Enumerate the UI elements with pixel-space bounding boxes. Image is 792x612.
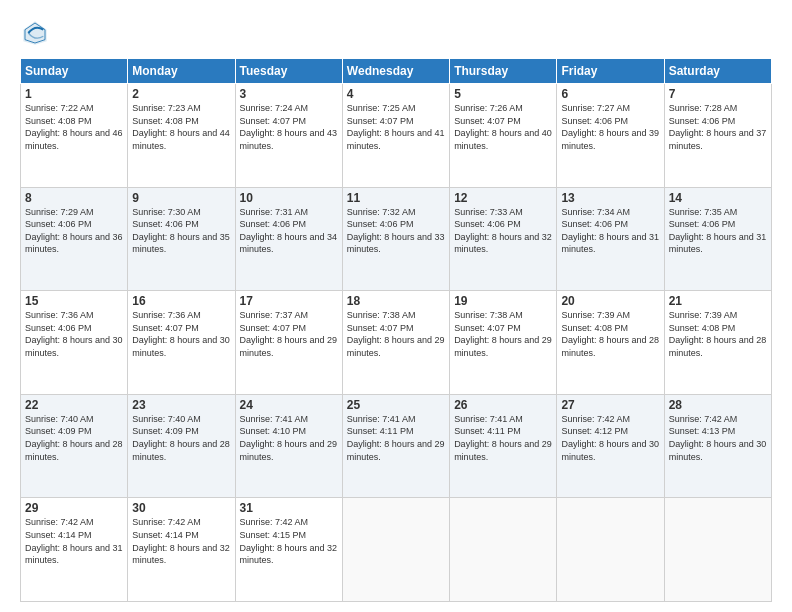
weekday-thursday: Thursday [450,59,557,84]
logo [20,18,54,48]
day-cell: 26 Sunrise: 7:41 AM Sunset: 4:11 PM Dayl… [450,394,557,498]
day-number: 10 [240,191,338,205]
day-info: Sunrise: 7:29 AM Sunset: 4:06 PM Dayligh… [25,206,123,256]
day-number: 16 [132,294,230,308]
day-cell: 16 Sunrise: 7:36 AM Sunset: 4:07 PM Dayl… [128,291,235,395]
day-cell: 9 Sunrise: 7:30 AM Sunset: 4:06 PM Dayli… [128,187,235,291]
day-info: Sunrise: 7:38 AM Sunset: 4:07 PM Dayligh… [347,309,445,359]
day-cell: 24 Sunrise: 7:41 AM Sunset: 4:10 PM Dayl… [235,394,342,498]
day-number: 27 [561,398,659,412]
day-cell: 28 Sunrise: 7:42 AM Sunset: 4:13 PM Dayl… [664,394,771,498]
logo-icon [20,18,50,48]
day-number: 13 [561,191,659,205]
day-info: Sunrise: 7:41 AM Sunset: 4:11 PM Dayligh… [454,413,552,463]
day-cell: 3 Sunrise: 7:24 AM Sunset: 4:07 PM Dayli… [235,84,342,188]
day-number: 17 [240,294,338,308]
day-info: Sunrise: 7:25 AM Sunset: 4:07 PM Dayligh… [347,102,445,152]
day-cell: 21 Sunrise: 7:39 AM Sunset: 4:08 PM Dayl… [664,291,771,395]
day-cell: 7 Sunrise: 7:28 AM Sunset: 4:06 PM Dayli… [664,84,771,188]
week-row-3: 15 Sunrise: 7:36 AM Sunset: 4:06 PM Dayl… [21,291,772,395]
day-info: Sunrise: 7:28 AM Sunset: 4:06 PM Dayligh… [669,102,767,152]
day-cell: 6 Sunrise: 7:27 AM Sunset: 4:06 PM Dayli… [557,84,664,188]
day-cell [450,498,557,602]
day-info: Sunrise: 7:26 AM Sunset: 4:07 PM Dayligh… [454,102,552,152]
day-cell: 8 Sunrise: 7:29 AM Sunset: 4:06 PM Dayli… [21,187,128,291]
week-row-1: 1 Sunrise: 7:22 AM Sunset: 4:08 PM Dayli… [21,84,772,188]
day-cell: 5 Sunrise: 7:26 AM Sunset: 4:07 PM Dayli… [450,84,557,188]
day-cell: 18 Sunrise: 7:38 AM Sunset: 4:07 PM Dayl… [342,291,449,395]
day-info: Sunrise: 7:42 AM Sunset: 4:13 PM Dayligh… [669,413,767,463]
weekday-tuesday: Tuesday [235,59,342,84]
day-cell: 14 Sunrise: 7:35 AM Sunset: 4:06 PM Dayl… [664,187,771,291]
day-cell: 11 Sunrise: 7:32 AM Sunset: 4:06 PM Dayl… [342,187,449,291]
day-cell: 27 Sunrise: 7:42 AM Sunset: 4:12 PM Dayl… [557,394,664,498]
weekday-friday: Friday [557,59,664,84]
day-cell: 4 Sunrise: 7:25 AM Sunset: 4:07 PM Dayli… [342,84,449,188]
day-number: 5 [454,87,552,101]
day-info: Sunrise: 7:37 AM Sunset: 4:07 PM Dayligh… [240,309,338,359]
day-number: 1 [25,87,123,101]
day-cell [342,498,449,602]
day-cell: 30 Sunrise: 7:42 AM Sunset: 4:14 PM Dayl… [128,498,235,602]
day-number: 20 [561,294,659,308]
weekday-sunday: Sunday [21,59,128,84]
day-info: Sunrise: 7:34 AM Sunset: 4:06 PM Dayligh… [561,206,659,256]
header [20,18,772,48]
weekday-saturday: Saturday [664,59,771,84]
day-number: 25 [347,398,445,412]
day-number: 21 [669,294,767,308]
day-cell: 22 Sunrise: 7:40 AM Sunset: 4:09 PM Dayl… [21,394,128,498]
day-info: Sunrise: 7:39 AM Sunset: 4:08 PM Dayligh… [669,309,767,359]
day-number: 31 [240,501,338,515]
day-cell: 25 Sunrise: 7:41 AM Sunset: 4:11 PM Dayl… [342,394,449,498]
day-number: 4 [347,87,445,101]
day-info: Sunrise: 7:22 AM Sunset: 4:08 PM Dayligh… [25,102,123,152]
day-cell: 19 Sunrise: 7:38 AM Sunset: 4:07 PM Dayl… [450,291,557,395]
day-cell: 10 Sunrise: 7:31 AM Sunset: 4:06 PM Dayl… [235,187,342,291]
day-info: Sunrise: 7:35 AM Sunset: 4:06 PM Dayligh… [669,206,767,256]
day-cell [664,498,771,602]
day-info: Sunrise: 7:36 AM Sunset: 4:06 PM Dayligh… [25,309,123,359]
day-number: 8 [25,191,123,205]
day-info: Sunrise: 7:24 AM Sunset: 4:07 PM Dayligh… [240,102,338,152]
day-cell: 12 Sunrise: 7:33 AM Sunset: 4:06 PM Dayl… [450,187,557,291]
day-info: Sunrise: 7:27 AM Sunset: 4:06 PM Dayligh… [561,102,659,152]
page: SundayMondayTuesdayWednesdayThursdayFrid… [0,0,792,612]
day-info: Sunrise: 7:41 AM Sunset: 4:10 PM Dayligh… [240,413,338,463]
calendar: SundayMondayTuesdayWednesdayThursdayFrid… [20,58,772,602]
day-number: 19 [454,294,552,308]
calendar-body: 1 Sunrise: 7:22 AM Sunset: 4:08 PM Dayli… [21,84,772,602]
day-number: 15 [25,294,123,308]
day-info: Sunrise: 7:42 AM Sunset: 4:12 PM Dayligh… [561,413,659,463]
day-info: Sunrise: 7:42 AM Sunset: 4:14 PM Dayligh… [132,516,230,566]
week-row-2: 8 Sunrise: 7:29 AM Sunset: 4:06 PM Dayli… [21,187,772,291]
weekday-monday: Monday [128,59,235,84]
svg-marker-0 [23,21,46,44]
day-cell [557,498,664,602]
day-info: Sunrise: 7:42 AM Sunset: 4:14 PM Dayligh… [25,516,123,566]
day-info: Sunrise: 7:36 AM Sunset: 4:07 PM Dayligh… [132,309,230,359]
day-cell: 15 Sunrise: 7:36 AM Sunset: 4:06 PM Dayl… [21,291,128,395]
weekday-header: SundayMondayTuesdayWednesdayThursdayFrid… [21,59,772,84]
day-number: 3 [240,87,338,101]
day-info: Sunrise: 7:39 AM Sunset: 4:08 PM Dayligh… [561,309,659,359]
day-number: 18 [347,294,445,308]
day-number: 26 [454,398,552,412]
day-info: Sunrise: 7:33 AM Sunset: 4:06 PM Dayligh… [454,206,552,256]
day-cell: 1 Sunrise: 7:22 AM Sunset: 4:08 PM Dayli… [21,84,128,188]
day-info: Sunrise: 7:23 AM Sunset: 4:08 PM Dayligh… [132,102,230,152]
day-number: 24 [240,398,338,412]
day-cell: 2 Sunrise: 7:23 AM Sunset: 4:08 PM Dayli… [128,84,235,188]
day-info: Sunrise: 7:38 AM Sunset: 4:07 PM Dayligh… [454,309,552,359]
day-info: Sunrise: 7:40 AM Sunset: 4:09 PM Dayligh… [132,413,230,463]
day-info: Sunrise: 7:32 AM Sunset: 4:06 PM Dayligh… [347,206,445,256]
day-number: 2 [132,87,230,101]
day-number: 29 [25,501,123,515]
day-number: 23 [132,398,230,412]
week-row-5: 29 Sunrise: 7:42 AM Sunset: 4:14 PM Dayl… [21,498,772,602]
day-number: 6 [561,87,659,101]
day-cell: 13 Sunrise: 7:34 AM Sunset: 4:06 PM Dayl… [557,187,664,291]
day-cell: 23 Sunrise: 7:40 AM Sunset: 4:09 PM Dayl… [128,394,235,498]
day-number: 22 [25,398,123,412]
day-info: Sunrise: 7:40 AM Sunset: 4:09 PM Dayligh… [25,413,123,463]
